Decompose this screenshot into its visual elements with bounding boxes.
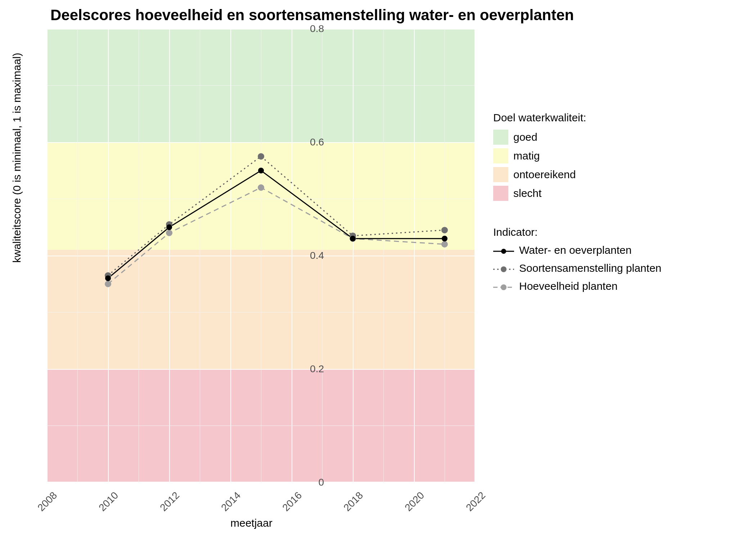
legend-label: Water- en oeverplanten [519, 244, 631, 256]
x-tick: 2016 [280, 490, 304, 514]
x-tick: 2020 [402, 490, 427, 514]
chart-title: Deelscores hoeveelheid en soortensamenst… [50, 6, 574, 24]
legend-label: slecht [513, 187, 541, 199]
point [105, 281, 111, 287]
legend-label: Hoeveelheid planten [519, 280, 618, 292]
svg-point-3 [501, 266, 507, 272]
point [166, 230, 172, 236]
legend-item-slecht: slecht [493, 186, 745, 201]
swatch-matig [493, 148, 508, 163]
legend-label: ontoereikend [513, 168, 576, 181]
x-tick: 2012 [158, 490, 182, 514]
x-tick: 2008 [35, 490, 59, 514]
point [441, 227, 448, 233]
x-tick: 2018 [341, 490, 365, 514]
legend-item-goed: goed [493, 130, 745, 145]
swatch-ontoereikend [493, 167, 508, 182]
y-tick: 0.8 [302, 23, 324, 35]
y-axis-label: kwaliteitscore (0 is minimaal, 1 is maxi… [11, 53, 23, 263]
legend-label: Soortensamenstelling planten [519, 262, 661, 274]
swatch-goed [493, 130, 508, 145]
x-axis-label: meetjaar [230, 517, 273, 529]
svg-point-5 [501, 284, 507, 290]
legend-title-quality: Doel waterkwaliteit: [493, 112, 745, 124]
point [442, 236, 447, 242]
y-tick: 0.4 [302, 250, 324, 261]
legend-item-water-oeverplanten: Water- en oeverplanten [493, 244, 745, 256]
x-tick: 2022 [464, 490, 488, 514]
y-tick: 0.2 [302, 363, 324, 375]
point [258, 153, 264, 159]
svg-point-1 [501, 249, 506, 254]
legend-item-ontoereikend: ontoereikend [493, 167, 745, 182]
point [441, 241, 448, 248]
series-soortensamenstelling [108, 156, 445, 275]
legend: Doel waterkwaliteit: goed matig ontoerei… [493, 112, 745, 298]
point [258, 184, 264, 191]
point [258, 168, 264, 174]
y-tick: 0 [302, 477, 324, 488]
legend-item-hoeveelheid: Hoeveelheid planten [493, 280, 745, 292]
legend-item-matig: matig [493, 148, 745, 163]
point [105, 275, 111, 281]
point [166, 224, 172, 230]
legend-label: matig [513, 150, 540, 162]
legend-label: goed [513, 131, 537, 143]
point [350, 236, 356, 242]
swatch-line-dashed [493, 282, 514, 291]
swatch-line-dotted [493, 264, 514, 273]
plot-area [47, 29, 475, 482]
y-tick: 0.6 [302, 136, 324, 148]
series-water-oeverplanten [108, 171, 445, 278]
swatch-slecht [493, 186, 508, 201]
swatch-line-solid [493, 246, 514, 255]
legend-item-soortensamenstelling: Soortensamenstelling planten [493, 262, 745, 274]
x-tick: 2014 [219, 490, 243, 514]
line-layer [47, 29, 475, 482]
x-tick: 2010 [96, 490, 121, 514]
legend-title-indicator: Indicator: [493, 226, 745, 238]
